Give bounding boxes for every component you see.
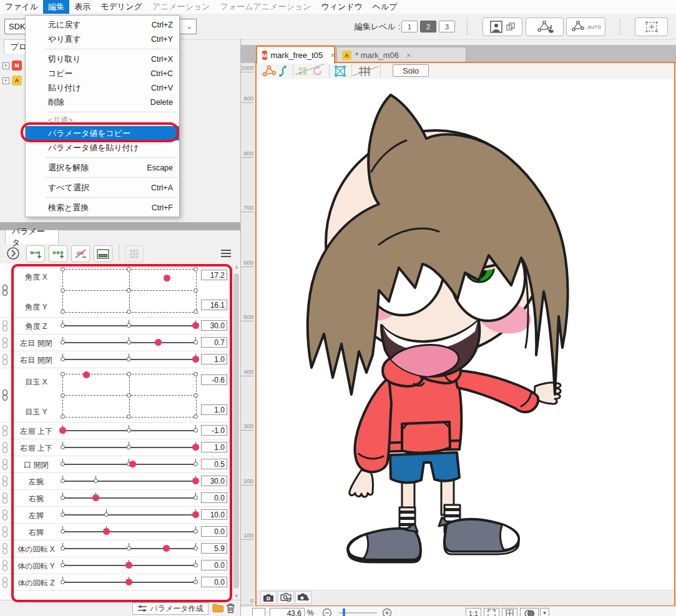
- rotate-red-icon[interactable]: [311, 65, 324, 77]
- grid-toggle-button[interactable]: [502, 608, 517, 616]
- screenshot-button[interactable]: [260, 591, 277, 604]
- zoom-slider-thumb[interactable]: [343, 609, 345, 616]
- screenshot-settings-button[interactable]: [278, 591, 294, 604]
- slider-handle[interactable]: [192, 511, 199, 518]
- trash-icon[interactable]: [226, 603, 235, 614]
- document-tab[interactable]: A* mark_m06×: [336, 47, 466, 64]
- link-icon[interactable]: [1, 353, 9, 366]
- screenshot-save-button[interactable]: [295, 591, 311, 604]
- onion-skin-button[interactable]: [520, 608, 539, 616]
- model-view-button[interactable]: [483, 17, 522, 36]
- slider-handle[interactable]: [163, 545, 170, 552]
- create-parameter-button[interactable]: パラメータ作成: [132, 602, 208, 615]
- link-icon[interactable]: [1, 336, 9, 349]
- one-to-one-button[interactable]: 1:1: [466, 608, 481, 616]
- slider-handle[interactable]: [192, 356, 199, 363]
- edit-menu-item[interactable]: 貼り付けCtrl+V: [26, 81, 179, 95]
- model-canvas[interactable]: [257, 79, 674, 590]
- parameter-value[interactable]: 1.0: [201, 442, 227, 452]
- parameter-pad-handle[interactable]: [83, 371, 90, 378]
- slider-handle[interactable]: [92, 494, 99, 501]
- slider-track[interactable]: [62, 481, 195, 482]
- parameter-value[interactable]: 5.9: [201, 543, 227, 554]
- slider-handle[interactable]: [125, 562, 132, 569]
- edit-menu-item[interactable]: 削除Delete: [26, 95, 179, 109]
- edit-level-button[interactable]: 2: [420, 21, 436, 32]
- slider-handle[interactable]: [155, 339, 162, 346]
- parameter-panel-tab[interactable]: パラメータ: [5, 230, 59, 244]
- parameter-value[interactable]: 0.7: [201, 337, 227, 348]
- close-icon[interactable]: ×: [330, 51, 335, 60]
- menu-item[interactable]: ウィンドウ: [316, 0, 368, 14]
- link-icon[interactable]: [1, 284, 9, 296]
- parameter-value[interactable]: 17.2: [201, 270, 227, 280]
- parameter-value[interactable]: -1.0: [201, 425, 227, 436]
- remove-key-button[interactable]: [71, 245, 90, 262]
- menu-item[interactable]: ヘルプ: [368, 0, 403, 14]
- folder-icon[interactable]: [212, 604, 223, 613]
- parameter-value[interactable]: 0.0: [201, 526, 227, 537]
- scroll-down-icon[interactable]: ∨: [232, 593, 241, 599]
- slider-handle[interactable]: [192, 477, 199, 484]
- parameter-scrollbar[interactable]: ∧ ∨: [232, 263, 240, 600]
- menu-item[interactable]: ファイル: [0, 0, 43, 14]
- zoom-out-icon[interactable]: [322, 608, 332, 616]
- mesh-edit-button[interactable]: [526, 17, 564, 36]
- parameter-value[interactable]: 16.1: [201, 300, 227, 310]
- tree-item-model[interactable]: + M: [2, 61, 22, 71]
- edit-menu-item[interactable]: 検索と置換Ctrl+F: [26, 200, 179, 215]
- edit-level-button[interactable]: 1: [401, 21, 418, 32]
- document-tab[interactable]: Mmark_free_t05×: [256, 46, 335, 64]
- link-icon[interactable]: [1, 320, 9, 332]
- edit-menu-item[interactable]: 選択を解除Escape: [26, 160, 179, 175]
- parameter-value[interactable]: 30.0: [201, 476, 227, 486]
- parameter-value[interactable]: 1.0: [201, 354, 227, 364]
- bg-color-swatch[interactable]: [252, 608, 265, 616]
- link-icon[interactable]: [1, 559, 9, 572]
- slider-track[interactable]: [62, 531, 195, 532]
- edit-menu-item[interactable]: パラメータ値をコピー: [26, 126, 179, 140]
- slider-track[interactable]: [62, 497, 195, 499]
- link-icon[interactable]: [1, 475, 9, 487]
- slider-handle[interactable]: [125, 579, 132, 585]
- parameter-value[interactable]: 0.0: [201, 577, 227, 587]
- parameter-value[interactable]: 30.0: [201, 320, 227, 331]
- tree-expand-icon[interactable]: +: [2, 62, 9, 69]
- edit-menu-item[interactable]: コピーCtrl+C: [26, 66, 179, 81]
- slider-track[interactable]: [62, 514, 195, 516]
- edit-menu-item[interactable]: 元に戻すCtrl+Z: [26, 17, 179, 32]
- slider-handle[interactable]: [192, 444, 199, 451]
- deformer-button[interactable]: [635, 17, 668, 36]
- solo-button[interactable]: Solo: [393, 64, 429, 77]
- link-icon[interactable]: [1, 576, 9, 589]
- onion-skin-dropdown[interactable]: ▼: [540, 608, 549, 616]
- parameter-value[interactable]: 10.0: [201, 509, 227, 520]
- link-icon[interactable]: [1, 424, 9, 437]
- edit-menu-item[interactable]: パラメータ値を貼り付け: [26, 140, 179, 155]
- edit-menu-item[interactable]: すべて選択Ctrl+A: [26, 180, 179, 195]
- expand-circle-icon[interactable]: [6, 247, 20, 260]
- edit-menu-item[interactable]: 切り取りCtrl+X: [26, 52, 179, 66]
- menu-item[interactable]: 編集: [43, 0, 69, 14]
- parameter-value[interactable]: -0.6: [201, 374, 227, 385]
- menu-item[interactable]: フォームアニメーション: [215, 0, 316, 14]
- edit-menu-item[interactable]: やり直すCtrl+Y: [26, 32, 179, 46]
- slider-handle[interactable]: [59, 427, 66, 434]
- parameter-value[interactable]: 0.0: [201, 492, 227, 503]
- zoom-value-field[interactable]: 43.6: [270, 608, 305, 616]
- link-icon[interactable]: [1, 526, 9, 538]
- bounding-box-blue-icon[interactable]: [334, 65, 346, 77]
- keyform-panel-button[interactable]: [94, 245, 112, 262]
- slider-handle[interactable]: [129, 461, 136, 467]
- tree-expand-icon[interactable]: +: [2, 77, 9, 84]
- parameter-value[interactable]: 0.0: [201, 560, 227, 570]
- menu-hamburger-icon[interactable]: [220, 248, 232, 258]
- link-icon[interactable]: [1, 492, 9, 504]
- menu-item[interactable]: アニメーション: [147, 0, 215, 14]
- link-icon[interactable]: [1, 542, 9, 555]
- mesh-auto-button[interactable]: AUTO: [566, 17, 605, 36]
- menu-item[interactable]: モデリング: [96, 0, 147, 14]
- menu-item[interactable]: 表示: [69, 0, 96, 14]
- link-icon[interactable]: [1, 458, 9, 471]
- parameter-value[interactable]: 0.5: [201, 459, 227, 469]
